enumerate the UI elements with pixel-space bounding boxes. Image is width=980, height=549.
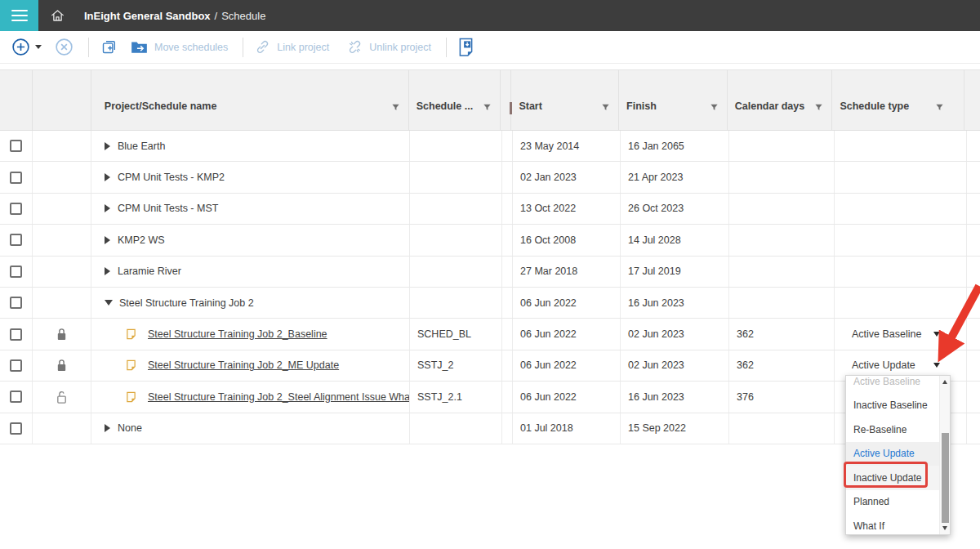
filter-icon[interactable] <box>483 103 492 112</box>
row-sliver-cell <box>967 413 980 444</box>
row-schedule-id-cell <box>410 288 502 318</box>
row-finish-cell: 02 Jun 2023 <box>621 350 729 381</box>
schedule-type-dropdown-caret-icon[interactable] <box>933 363 940 368</box>
row-spacer-cell <box>502 162 513 192</box>
row-calendar-days-cell <box>729 257 835 287</box>
row-checkbox[interactable] <box>10 234 22 246</box>
schedule-name-link[interactable]: Steel Structure Training Job 2_Baseline <box>148 328 327 340</box>
move-schedules-label: Move schedules <box>154 42 228 53</box>
expand-arrow-icon[interactable] <box>105 142 110 150</box>
row-lock-cell <box>33 131 91 161</box>
filter-icon[interactable] <box>935 103 944 112</box>
row-calendar-days-cell: 362 <box>729 319 835 349</box>
hamburger-menu-button[interactable] <box>0 0 38 31</box>
row-lock-cell <box>33 162 91 192</box>
row-spacer-cell <box>502 131 513 161</box>
cancel-button[interactable] <box>55 38 74 56</box>
project-name: KMP2 WS <box>118 234 165 246</box>
expand-arrow-icon[interactable] <box>105 424 110 432</box>
column-pin-indicator <box>510 102 512 114</box>
header-sliver-column <box>964 70 980 130</box>
schedule-name-link[interactable]: Steel Structure Training Job 2_ME Update <box>148 359 339 371</box>
scrollbar-thumb[interactable] <box>942 433 949 523</box>
dropdown-option[interactable]: What If <box>846 514 941 535</box>
add-schedule-button[interactable] <box>11 38 42 56</box>
row-checkbox[interactable] <box>10 422 22 435</box>
scroll-down-icon[interactable] <box>942 526 947 530</box>
schedule-page: InEight General Sandbox / Schedule Move … <box>0 0 980 549</box>
add-dropdown-caret-icon[interactable] <box>35 45 42 49</box>
move-schedules-button[interactable]: Move schedules <box>131 40 228 54</box>
breadcrumb-project[interactable]: InEight General Sandbox <box>84 10 211 22</box>
expand-arrow-icon[interactable] <box>105 173 110 181</box>
row-checkbox[interactable] <box>10 297 22 309</box>
row-calendar-days-cell <box>729 413 835 444</box>
add-circle-icon <box>11 38 30 56</box>
unlink-icon <box>347 39 363 55</box>
filter-icon[interactable] <box>814 103 823 112</box>
row-checkbox[interactable] <box>10 172 22 184</box>
unlink-project-button[interactable]: Unlink project <box>347 39 431 55</box>
schedule-name-link[interactable]: Steel Structure Training Job 2_Steel Ali… <box>148 391 410 403</box>
header-project-schedule-name[interactable]: Project/Schedule name <box>91 70 409 130</box>
copy-icon <box>100 38 118 56</box>
move-folder-icon <box>131 40 148 54</box>
header-start[interactable]: Start <box>511 70 619 130</box>
row-checkbox-cell <box>0 131 33 161</box>
row-finish-cell: 15 Sep 2022 <box>621 413 729 444</box>
row-spacer-cell <box>502 225 513 255</box>
collapse-arrow-icon[interactable] <box>105 300 113 306</box>
row-finish-cell: 16 Jan 2065 <box>621 131 729 161</box>
filter-icon[interactable] <box>601 103 610 112</box>
dropdown-option[interactable]: Active Update <box>846 442 941 466</box>
row-checkbox[interactable] <box>10 266 22 278</box>
import-schedule-button[interactable] <box>458 38 474 56</box>
toolbar-separator <box>88 38 89 57</box>
table-row: Laramie River27 Mar 201817 Jul 2019 <box>0 257 980 288</box>
row-checkbox[interactable] <box>10 140 22 152</box>
header-schedule-id[interactable]: Schedule ... <box>409 70 501 130</box>
dropdown-scrollbar[interactable] <box>939 376 950 534</box>
row-spacer-cell <box>502 257 513 287</box>
header-label: Project/Schedule name <box>105 100 217 112</box>
row-schedule-type-cell <box>835 225 967 255</box>
header-calendar-days[interactable]: Calendar days <box>728 70 833 130</box>
row-sliver-cell <box>967 288 980 318</box>
header-label: Finish <box>626 100 657 112</box>
filter-icon[interactable] <box>710 103 719 112</box>
row-checkbox[interactable] <box>10 328 22 341</box>
row-schedule-id-cell <box>410 257 502 287</box>
row-checkbox[interactable] <box>10 391 22 403</box>
header-finish[interactable]: Finish <box>619 70 728 130</box>
home-button[interactable] <box>38 0 76 31</box>
filter-icon[interactable] <box>391 103 400 112</box>
row-start-cell: 23 May 2014 <box>513 131 621 161</box>
row-schedule-id-cell: SCHED_BL <box>410 319 502 349</box>
header-schedule-type[interactable]: Schedule type <box>832 70 964 130</box>
row-spacer-cell <box>502 382 513 412</box>
row-name-cell: CPM Unit Tests - KMP2 <box>91 162 410 192</box>
row-start-cell: 06 Jun 2022 <box>513 382 621 412</box>
expand-arrow-icon[interactable] <box>105 267 110 275</box>
dropdown-option[interactable]: Inactive Update <box>846 466 941 490</box>
link-project-button[interactable]: Link project <box>255 39 329 55</box>
row-checkbox[interactable] <box>10 359 22 372</box>
schedule-type-dropdown-caret-icon[interactable] <box>933 332 940 337</box>
scroll-up-icon[interactable] <box>942 380 947 384</box>
dropdown-option[interactable]: Inactive Baseline <box>846 394 941 418</box>
row-lock-cell <box>33 382 91 412</box>
dropdown-option[interactable]: Re-Baseline <box>846 417 941 442</box>
row-spacer-cell <box>502 194 513 224</box>
expand-arrow-icon[interactable] <box>105 204 110 212</box>
expand-arrow-icon[interactable] <box>105 236 110 244</box>
row-start-cell: 13 Oct 2022 <box>513 194 621 224</box>
dropdown-option[interactable]: Active Baseline <box>846 375 941 394</box>
row-checkbox[interactable] <box>10 203 22 215</box>
dropdown-option[interactable]: Planned <box>846 490 941 515</box>
row-start-cell: 27 Mar 2018 <box>513 257 621 287</box>
row-lock-cell <box>33 225 91 255</box>
table-row: Blue Earth23 May 201416 Jan 2065 <box>0 131 980 162</box>
copy-schedule-button[interactable] <box>100 38 118 56</box>
row-sliver-cell <box>967 319 980 349</box>
row-spacer-cell <box>502 319 513 349</box>
